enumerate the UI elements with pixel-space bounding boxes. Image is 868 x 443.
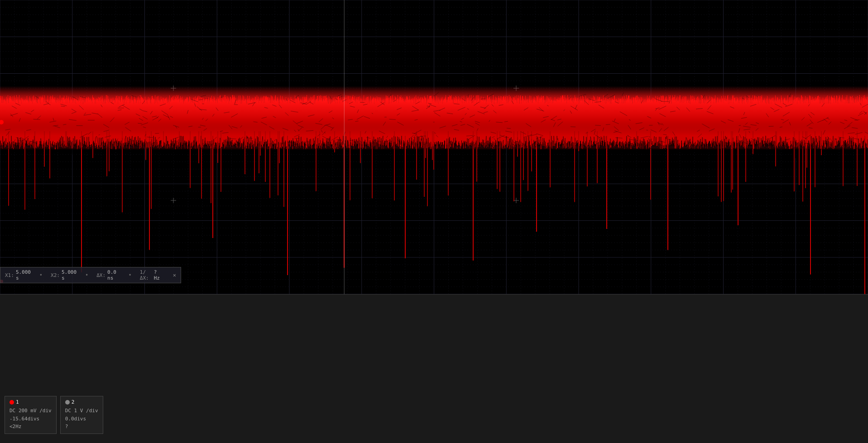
ch1-freq: <2Hz [10,423,52,431]
bottom-panel: 1 DC 200 mV /div -15.64divs <2Hz 2 DC 1 … [0,294,868,443]
center-vertical-line [344,0,345,294]
x1-value: 5.000 s [16,269,31,281]
ch2-coupling: DC 1 V /div [65,407,98,415]
ch1-title: 1 [10,399,52,405]
inv-dx-value: ?Hz [154,269,161,281]
ch2-freq: ? [65,423,98,431]
x2-label: X2: [51,272,60,278]
waveform-canvas [0,0,868,294]
ch2-number: 2 [72,399,75,405]
scope-display [0,0,868,294]
dx-label: ΔX: [96,272,106,278]
ch1-box[interactable]: 1 DC 200 mV /div -15.64divs <2Hz [5,396,57,434]
ch1-number: 1 [16,399,19,405]
inv-dx-label: 1/ΔX: [140,269,152,281]
status-bar-close[interactable]: ✕ [173,272,176,278]
ch1-indicator [10,400,14,405]
status-bar: X1: 5.000 s • X2: 5.000 s • ΔX: 0.0 ns •… [0,267,181,283]
channel-boxes: 1 DC 200 mV /div -15.64divs <2Hz 2 DC 1 … [5,396,103,434]
x2-value: 5.000 s [62,269,77,281]
ch1-divs: -15.64divs [10,415,52,423]
ch2-divs: 0.0divs [65,415,98,423]
dx-value: 0.0 ns [107,269,120,281]
x1-readout: X1: 5.000 s [5,269,31,281]
ch2-box[interactable]: 2 DC 1 V /div 0.0divs ? [60,396,103,434]
inv-dx-readout: 1/ΔX: ?Hz [140,269,161,281]
x2-readout: X2: 5.000 s [51,269,77,281]
ch1-coupling: DC 200 mV /div [10,407,52,415]
ch2-indicator [65,400,70,405]
ch2-title: 2 [65,399,98,405]
x1-label: X1: [5,272,14,278]
dx-readout: ΔX: 0.0 ns [96,269,120,281]
